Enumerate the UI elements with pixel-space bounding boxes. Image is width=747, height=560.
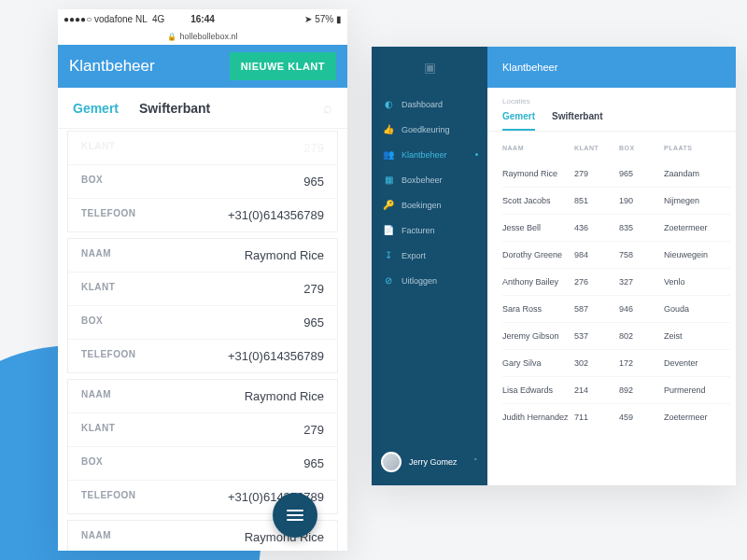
network-type: 4G: [152, 14, 164, 24]
sidebar-nav: ◐Dashboard👍Goedkeuring👥Klantbeheer▦Boxbe…: [372, 88, 487, 442]
search-icon[interactable]: ⌕: [323, 100, 332, 117]
cell-box: 802: [619, 331, 658, 341]
sidebar-item-dashboard[interactable]: ◐Dashboard: [372, 91, 487, 117]
carrier-name: vodafone NL: [94, 14, 147, 24]
cell-plaats: Venlo: [664, 277, 730, 287]
sidebar-item-facturen[interactable]: 📄Facturen: [372, 217, 487, 243]
table-row[interactable]: Dorothy Greene984758Nieuwegein: [502, 241, 730, 268]
card-value-naam: Raymond Rice: [245, 248, 324, 262]
nav-icon: ◐: [383, 99, 394, 109]
section-label: Locaties: [487, 88, 736, 105]
battery-icon: ▮: [336, 14, 342, 24]
url-text: hollebollebox.nl: [179, 32, 237, 41]
nav-label: Export: [402, 251, 426, 260]
card-label-naam: NAAM: [81, 389, 111, 403]
card-label-tel: TELEFOON: [81, 208, 135, 222]
customer-table: NAAM KLANT BOX PLAATS Raymond Rice279965…: [487, 132, 736, 485]
cell-box: 835: [619, 223, 658, 232]
card-label-naam: NAAM: [81, 530, 111, 544]
nav-label: Klantbeheer: [402, 150, 447, 160]
table-row[interactable]: Judith Hernandez711459Zoetermeer: [502, 403, 730, 430]
cell-box: 946: [619, 304, 658, 314]
card-value-naam: Raymond Rice: [245, 389, 324, 403]
cell-naam: Judith Hernandez: [502, 413, 569, 422]
sidebar-item-boekingen[interactable]: 🔑Boekingen: [372, 192, 487, 217]
cell-naam: Dorothy Greene: [502, 250, 569, 259]
nav-icon: 🔑: [383, 200, 394, 210]
cell-box: 965: [619, 169, 658, 178]
new-customer-button[interactable]: NIEUWE KLANT: [230, 52, 336, 80]
sidebar-item-uitloggen[interactable]: ⊘Uitloggen: [372, 268, 487, 293]
customer-card[interactable]: NAAMRaymond Rice KLANT279 BOX965 TELEFOO…: [67, 238, 338, 373]
nav-label: Goedkeuring: [402, 125, 450, 134]
customer-cards: KLANT 279 BOX965 TELEFOON+31(0)614356789…: [58, 129, 347, 551]
desktop-header: Klantbeheer: [487, 47, 736, 88]
cell-naam: Lisa Edwards: [502, 385, 569, 395]
cell-naam: Sara Ross: [502, 304, 569, 314]
battery-percent: 57%: [315, 14, 333, 24]
cell-plaats: Zoetermeer: [664, 223, 730, 232]
cell-plaats: Zaandam: [664, 169, 730, 178]
statusbar-left: ●●●●○ vodafone NL 4G: [63, 14, 164, 24]
card-label-tel: TELEFOON: [81, 349, 135, 363]
table-row[interactable]: Raymond Rice279965Zaandam: [502, 161, 730, 187]
card-label-box: BOX: [81, 175, 103, 189]
sidebar-user[interactable]: Jerry Gomez ˄: [372, 442, 487, 485]
nav-label: Facturen: [402, 226, 435, 235]
customer-card-partial-top[interactable]: KLANT 279 BOX965 TELEFOON+31(0)614356789: [67, 131, 338, 232]
table-row[interactable]: Scott Jacobs851190Nijmegen: [502, 187, 730, 214]
cell-klant: 984: [574, 250, 613, 259]
cell-naam: Scott Jacobs: [502, 196, 569, 205]
cell-klant: 537: [574, 331, 613, 341]
cell-klant: 302: [574, 358, 613, 368]
table-row[interactable]: Sara Ross587946Gouda: [502, 295, 730, 322]
tab-swifterbant[interactable]: Swifterbant: [552, 111, 602, 131]
card-label-box: BOX: [81, 315, 103, 329]
card-value-tel: +31(0)614356789: [228, 208, 324, 222]
cell-box: 327: [619, 277, 658, 287]
card-label-box: BOX: [81, 456, 103, 470]
cell-box: 190: [619, 196, 658, 205]
status-time: 16:44: [190, 14, 215, 24]
tab-gemert[interactable]: Gemert: [73, 101, 119, 116]
col-box: BOX: [619, 145, 658, 151]
col-naam: NAAM: [502, 145, 569, 151]
main-content: Klantbeheer Locaties Gemert Swifterbant …: [487, 47, 736, 485]
menu-icon: [287, 507, 303, 524]
card-value-klant: 279: [303, 423, 324, 437]
active-indicator: [475, 153, 478, 156]
sidebar: ▣ ◐Dashboard👍Goedkeuring👥Klantbeheer▦Box…: [372, 47, 487, 485]
sidebar-item-klantbeheer[interactable]: 👥Klantbeheer: [372, 142, 487, 167]
tab-gemert[interactable]: Gemert: [502, 111, 535, 131]
card-value-box: 965: [303, 315, 324, 329]
nav-label: Boxbeheer: [402, 175, 443, 185]
sidebar-item-boxbeheer[interactable]: ▦Boxbeheer: [372, 167, 487, 192]
cell-plaats: Zoetermeer: [664, 413, 730, 422]
tab-swifterbant[interactable]: Swifterbant: [139, 101, 210, 116]
nav-icon: ↧: [383, 250, 394, 260]
table-row[interactable]: Anthony Bailey276327Venlo: [502, 268, 730, 295]
cell-naam: Gary Silva: [502, 358, 569, 368]
table-row[interactable]: Jeremy Gibson537802Zeist: [502, 322, 730, 349]
desktop-tabs: Gemert Swifterbant: [487, 105, 736, 132]
menu-fab-button[interactable]: [273, 493, 317, 538]
col-plaats: PLAATS: [664, 145, 730, 151]
logo[interactable]: ▣: [372, 47, 487, 88]
table-row[interactable]: Gary Silva302172Deventer: [502, 349, 730, 376]
chevron-up-icon: ˄: [473, 457, 478, 467]
desktop-mock: ▣ ◐Dashboard👍Goedkeuring👥Klantbeheer▦Box…: [372, 47, 736, 485]
card-value-box: 965: [303, 175, 324, 189]
card-value-klant: 279: [303, 141, 324, 155]
cell-plaats: Deventer: [664, 358, 730, 368]
mobile-tabs: Gemert Swifterbant ⌕: [58, 88, 347, 129]
sidebar-item-export[interactable]: ↧Export: [372, 243, 487, 268]
card-value-box: 965: [303, 456, 324, 470]
signal-dots: ●●●●○: [63, 14, 92, 24]
cell-klant: 711: [574, 413, 613, 422]
cell-box: 892: [619, 385, 658, 395]
nav-icon: 👍: [383, 124, 394, 134]
url-bar[interactable]: 🔒 hollebollebox.nl: [58, 28, 347, 45]
table-row[interactable]: Lisa Edwards214892Purmerend: [502, 376, 730, 403]
table-row[interactable]: Jesse Bell436835Zoetermeer: [502, 214, 730, 241]
sidebar-item-goedkeuring[interactable]: 👍Goedkeuring: [372, 117, 487, 142]
